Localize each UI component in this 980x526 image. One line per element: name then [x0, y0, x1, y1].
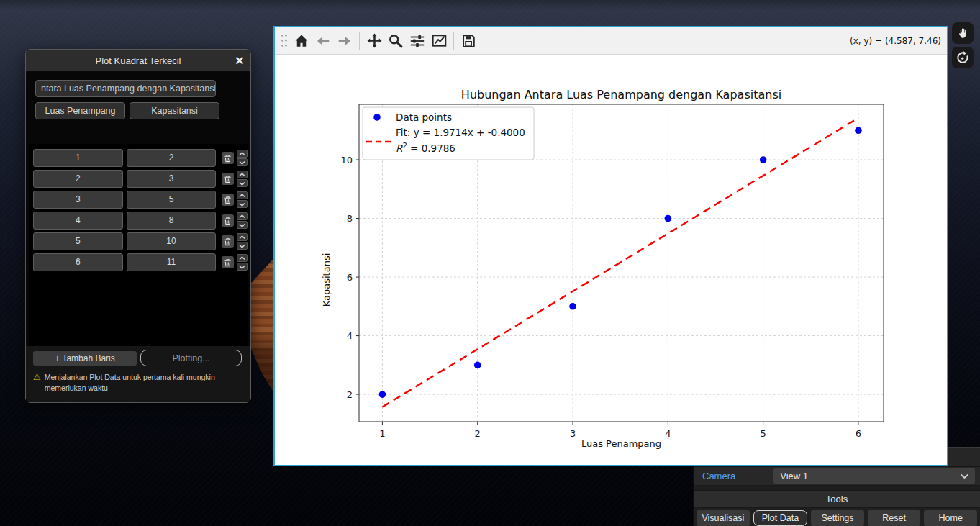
delete-row-button[interactable]: [222, 235, 234, 248]
figure-canvas[interactable]: 123456246810Hubungan Antara Luas Penampa…: [275, 55, 947, 465]
table-row: 510: [33, 232, 248, 250]
row-spinner: [237, 150, 248, 166]
chevron-down-icon: [239, 223, 245, 227]
warning-text: Menjalankan Plot Data untuk pertama kali…: [45, 372, 224, 394]
cell-x-value[interactable]: 5: [33, 232, 123, 250]
zoom-to-rect-button[interactable]: [385, 30, 407, 52]
plotting-button[interactable]: Plotting...: [140, 350, 242, 366]
toolbar-separator: [359, 32, 360, 50]
forward-button[interactable]: [334, 30, 355, 52]
panel-footer: + Tambah Baris Plotting... ⚠ Menjalankan…: [26, 346, 250, 402]
x-tick-label: 5: [760, 428, 766, 439]
cell-y-value[interactable]: 8: [127, 212, 217, 230]
data-table: 12233548510611: [29, 144, 248, 346]
toolbar-grip-handle[interactable]: [280, 32, 288, 50]
save-figure-button[interactable]: [458, 30, 479, 52]
chevron-down-icon: [239, 265, 245, 269]
configure-subplots-button[interactable]: [407, 30, 428, 52]
fit-line: [382, 118, 858, 407]
y-column-name-input[interactable]: Kapasitansi: [130, 102, 219, 119]
warning-icon: ⚠: [33, 372, 41, 394]
cell-y-value[interactable]: 2: [127, 149, 217, 167]
y-axis-label: Kapasitansi: [321, 253, 332, 307]
matplotlib-window: (x, y) = (4.587, 7.46) 123456246810Hubun…: [273, 26, 948, 466]
row-move-up-button[interactable]: [237, 212, 248, 220]
trash-icon: [224, 154, 232, 163]
pan-tool-button[interactable]: [952, 22, 974, 44]
chart-title: Hubungan Antara Luas Penampang dengan Ka…: [461, 88, 781, 101]
row-move-up-button[interactable]: [237, 150, 248, 158]
tools-title: Tools: [826, 494, 848, 504]
x-tick-label: 2: [475, 428, 481, 439]
chart-title-input[interactable]: ntara Luas Penampang dengan Kapasitansi: [35, 80, 216, 97]
row-move-down-button[interactable]: [237, 221, 248, 229]
cell-x-value[interactable]: 1: [33, 149, 123, 167]
chevron-down-icon: [239, 202, 245, 207]
back-button[interactable]: [312, 30, 334, 52]
edit-axes-button[interactable]: [428, 30, 450, 52]
camera-label[interactable]: Camera: [702, 471, 735, 481]
cell-y-value[interactable]: 11: [127, 253, 217, 271]
panel-body: ntara Luas Penampang dengan Kapasitansi …: [26, 72, 250, 402]
tool-button-settings[interactable]: Settings: [811, 510, 864, 526]
row-move-up-button[interactable]: [237, 171, 248, 178]
delete-row-button[interactable]: [222, 152, 234, 164]
home-icon: [294, 33, 309, 49]
cell-x-value[interactable]: 6: [33, 253, 123, 271]
home-view-button[interactable]: [291, 30, 312, 52]
data-point: [379, 391, 386, 398]
close-icon[interactable]: ×: [235, 50, 244, 71]
panel-titlebar[interactable]: Plot Kuadrat Terkecil ×: [26, 50, 250, 72]
row-move-up-button[interactable]: [237, 233, 248, 241]
chevron-down-icon: [960, 473, 969, 479]
legend-label-fit: Fit: y = 1.9714x + -0.4000: [396, 127, 525, 138]
cell-y-value[interactable]: 5: [127, 191, 217, 209]
rotate-view-button[interactable]: [952, 47, 974, 68]
delete-row-button[interactable]: [222, 256, 234, 268]
matplotlib-toolbar: (x, y) = (4.587, 7.46): [275, 27, 947, 55]
row-move-up-button[interactable]: [237, 191, 248, 199]
camera-view-value: View 1: [780, 471, 960, 481]
tool-button-reset[interactable]: Reset: [868, 510, 921, 526]
row-spinner: [237, 191, 248, 208]
pan-button[interactable]: [363, 30, 385, 52]
delete-row-button[interactable]: [222, 173, 234, 185]
legend-label-points: Data points: [396, 112, 452, 123]
data-point: [760, 156, 767, 163]
table-row: 23: [33, 170, 248, 188]
row-move-down-button[interactable]: [237, 242, 248, 250]
y-tick-label: 2: [347, 389, 353, 400]
cell-x-value[interactable]: 3: [33, 191, 123, 209]
x-axis-label: Luas Penampang: [581, 438, 661, 449]
row-move-up-button[interactable]: [237, 254, 248, 262]
cell-y-value[interactable]: 10: [127, 232, 217, 250]
delete-row-button[interactable]: [222, 194, 234, 206]
tool-button-plot-data[interactable]: Plot Data: [753, 510, 808, 526]
y-tick-label: 4: [347, 330, 353, 341]
trash-icon: [224, 196, 232, 204]
pan-icon: [366, 32, 383, 49]
x-tick-label: 1: [379, 428, 385, 439]
delete-row-button[interactable]: [222, 214, 234, 227]
table-row: 35: [33, 191, 248, 209]
rotate-icon: [956, 50, 970, 65]
trash-icon: [224, 175, 232, 183]
add-row-button[interactable]: + Tambah Baris: [33, 351, 137, 366]
chevron-down-icon: [239, 244, 245, 248]
cell-x-value[interactable]: 2: [33, 170, 123, 188]
cell-y-value[interactable]: 3: [127, 170, 217, 188]
row-move-down-button[interactable]: [237, 179, 248, 187]
trash-icon: [224, 217, 232, 225]
camera-row: Camera View 1: [694, 467, 980, 486]
row-move-down-button[interactable]: [237, 158, 248, 166]
data-point: [569, 303, 576, 310]
cell-x-value[interactable]: 4: [33, 212, 123, 230]
row-move-down-button[interactable]: [237, 263, 248, 271]
camera-view-select[interactable]: View 1: [773, 468, 975, 484]
row-move-down-button[interactable]: [237, 200, 248, 208]
tool-button-home[interactable]: Home: [924, 510, 977, 526]
tool-button-visualisasi[interactable]: Visualisasi: [697, 510, 750, 526]
zoom-icon: [388, 33, 404, 49]
x-column-name-input[interactable]: Luas Penampang: [35, 102, 125, 119]
sliders-icon: [409, 33, 425, 49]
